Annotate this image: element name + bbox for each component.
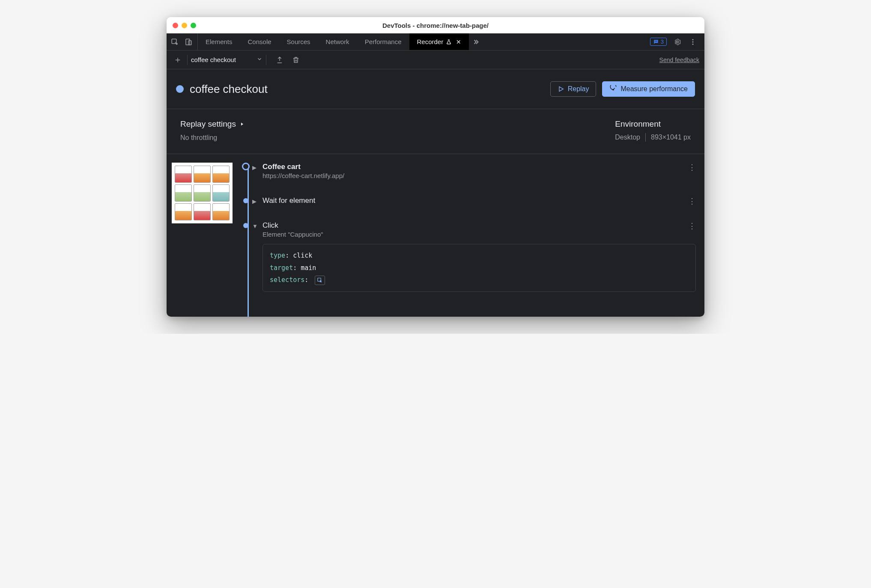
issues-count: 3: [661, 39, 664, 45]
measure-label: Measure performance: [620, 85, 688, 93]
divider: [266, 55, 266, 65]
more-tabs-icon[interactable]: [471, 37, 481, 47]
recorder-toolbar: ＋ coffee checkout Send feedback: [167, 50, 704, 69]
replay-button[interactable]: Replay: [550, 81, 597, 97]
collapse-caret-icon[interactable]: ▼: [252, 223, 258, 229]
tab-label: Sources: [287, 38, 310, 45]
recording-header: coffee checkout Replay Measure performan…: [167, 69, 704, 109]
step-more-icon[interactable]: ⋮: [688, 221, 696, 231]
step-marker-icon: [243, 223, 248, 228]
steps-area: ▶ Coffee cart https://coffee-cart.netlif…: [167, 154, 704, 317]
step-title: Wait for element: [262, 196, 315, 205]
step-code: type: click target: main selectors:: [262, 244, 696, 292]
svg-rect-1: [186, 39, 190, 45]
step-initial: ▶ Coffee cart https://coffee-cart.netlif…: [252, 163, 696, 179]
tab-console[interactable]: Console: [240, 33, 279, 50]
svg-point-6: [692, 43, 694, 45]
tab-performance[interactable]: Performance: [357, 33, 409, 50]
replay-settings-label: Replay settings: [180, 119, 236, 129]
device-toolbar-icon[interactable]: [184, 37, 193, 47]
chevron-right-icon: [239, 119, 245, 129]
timeline: ▶ Coffee cart https://coffee-cart.netlif…: [240, 163, 699, 317]
tabbar-right: 3: [650, 37, 701, 47]
header-actions: Replay Measure performance: [550, 81, 695, 97]
tab-elements[interactable]: Elements: [198, 33, 240, 50]
select-element-icon[interactable]: [315, 276, 325, 285]
replay-label: Replay: [568, 85, 589, 93]
devtools-window: DevTools - chrome://new-tab-page/ Elemen…: [167, 17, 704, 317]
tab-sources[interactable]: Sources: [279, 33, 318, 50]
close-tab-icon[interactable]: ✕: [456, 39, 461, 45]
device-value: Desktop: [615, 134, 640, 141]
measure-performance-button[interactable]: Measure performance: [602, 81, 695, 97]
step-click: ▼ Click Element "Cappucino" ⋮ type: clic…: [252, 221, 696, 292]
inspect-element-icon[interactable]: [170, 37, 179, 47]
environment-values: Desktop 893×1041 px: [615, 133, 691, 142]
environment: Environment Desktop 893×1041 px: [615, 119, 691, 142]
tab-label: Elements: [206, 38, 233, 45]
issues-badge[interactable]: 3: [650, 38, 667, 46]
play-icon: [558, 86, 564, 92]
code-key: type: [270, 252, 285, 259]
beaker-icon: [446, 39, 452, 45]
tab-label: Performance: [365, 38, 402, 45]
screenshot-thumbnail[interactable]: [172, 163, 233, 223]
step-marker-icon: [242, 163, 250, 170]
tabbar-left: [170, 33, 198, 50]
replay-settings-header[interactable]: Replay settings: [180, 119, 615, 129]
toolbar-right: Send feedback: [659, 56, 699, 64]
tab-recorder[interactable]: Recorder ✕: [409, 33, 469, 50]
devtools-panel: Elements Console Sources Network Perform…: [167, 33, 704, 317]
step-more-icon[interactable]: ⋮: [688, 196, 696, 206]
tabbar: Elements Console Sources Network Perform…: [167, 33, 704, 50]
settings-gear-icon[interactable]: [673, 37, 682, 47]
tab-label: Console: [248, 38, 271, 45]
send-feedback-link[interactable]: Send feedback: [659, 56, 699, 63]
tab-network[interactable]: Network: [318, 33, 357, 50]
divider: [187, 55, 188, 65]
delete-icon[interactable]: [291, 55, 301, 65]
code-value: main: [301, 264, 316, 272]
step-title: Coffee cart: [262, 163, 344, 171]
environment-label: Environment: [615, 119, 691, 129]
svg-rect-3: [655, 41, 657, 41]
replay-settings: Replay settings No throttling: [180, 119, 615, 142]
gauge-icon: [609, 85, 617, 93]
kebab-menu-icon[interactable]: [688, 37, 698, 47]
settings-row: Replay settings No throttling Environmen…: [167, 109, 704, 154]
code-key: selectors: [270, 276, 304, 284]
throttling-value: No throttling: [180, 134, 615, 142]
new-recording-button[interactable]: ＋: [172, 54, 184, 65]
divider: [645, 133, 646, 142]
toolbar-icons: [275, 55, 301, 65]
step-wait: ▶ Wait for element ⋮: [252, 196, 696, 206]
tab-label: Network: [326, 38, 349, 45]
status-dot-icon: [176, 85, 184, 93]
code-key: target: [270, 264, 293, 272]
export-icon[interactable]: [275, 55, 284, 65]
svg-point-4: [692, 39, 694, 40]
viewport-value: 893×1041 px: [651, 134, 691, 141]
step-marker-icon: [243, 198, 248, 203]
step-detail: Element "Cappucino": [262, 231, 323, 238]
code-value: click: [293, 252, 312, 259]
message-icon: [653, 39, 659, 45]
step-more-icon[interactable]: ⋮: [688, 163, 696, 172]
expand-caret-icon[interactable]: ▶: [252, 164, 258, 171]
recording-title: coffee checkout: [190, 83, 268, 96]
expand-caret-icon[interactable]: ▶: [252, 198, 258, 205]
window-title: DevTools - chrome://new-tab-page/: [167, 22, 704, 29]
chevron-down-icon: [257, 56, 262, 63]
tabs: Elements Console Sources Network Perform…: [198, 33, 469, 50]
tab-label: Recorder: [417, 38, 444, 45]
recording-name: coffee checkout: [191, 56, 236, 63]
svg-point-5: [692, 41, 694, 42]
titlebar: DevTools - chrome://new-tab-page/: [167, 17, 704, 33]
timeline-line: [248, 168, 249, 317]
recording-select[interactable]: coffee checkout: [191, 56, 262, 63]
step-title: Click: [262, 221, 323, 230]
svg-point-7: [613, 89, 614, 90]
step-url: https://coffee-cart.netlify.app/: [262, 172, 344, 179]
